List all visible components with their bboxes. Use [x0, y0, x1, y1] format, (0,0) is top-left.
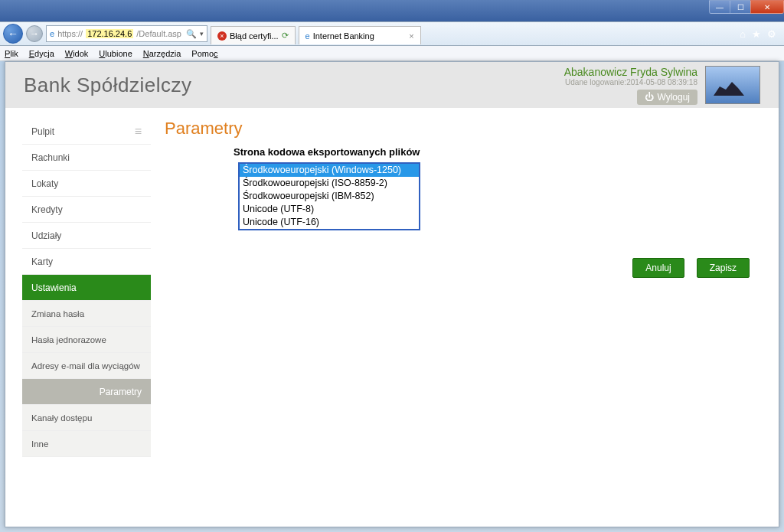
- url-path: /Default.asp: [136, 29, 181, 38]
- sidebar-item-lokaty[interactable]: Lokaty: [22, 171, 151, 197]
- sidebar-item-label: Karty: [31, 256, 53, 267]
- address-bar[interactable]: e https://172.16.24.6/Default.asp 🔍 ▾: [46, 25, 207, 42]
- sidebar-item-pulpit[interactable]: Pulpit ≡: [22, 119, 151, 145]
- encoding-option[interactable]: Środkowoeuropejski (ISO-8859-2): [240, 177, 419, 190]
- sidebar-item-label: Udziały: [31, 230, 61, 241]
- error-icon: ×: [217, 31, 227, 41]
- sidebar-item-karty[interactable]: Karty: [22, 249, 151, 275]
- sidebar-item-inne[interactable]: Inne: [22, 431, 151, 457]
- url-host: 172.16.24.6: [86, 29, 133, 38]
- sidebar-item-label: Pulpit: [31, 126, 54, 137]
- cancel-label: Anuluj: [645, 263, 671, 273]
- sidebar-item-label: Ustawienia: [31, 282, 77, 293]
- browser-nav-row: ← → e https://172.16.24.6/Default.asp 🔍 …: [0, 21, 784, 46]
- tab-close-icon[interactable]: ×: [409, 31, 413, 41]
- back-button[interactable]: ←: [3, 24, 23, 44]
- sidebar-item-label: Kredyty: [31, 204, 63, 215]
- sidebar-item-kredyty[interactable]: Kredyty: [22, 197, 151, 223]
- search-icon[interactable]: 🔍: [185, 29, 198, 39]
- main-panel: Parametry Strona kodowa eksportowanych p…: [165, 119, 762, 457]
- arrow-left-icon: ←: [8, 28, 18, 40]
- tools-icon[interactable]: ⚙: [767, 28, 776, 40]
- menu-ulubione[interactable]: Ulubione: [99, 49, 132, 58]
- sidebar-item-label: Zmiana hasła: [31, 309, 84, 318]
- user-name: Abakanowicz Fryda Sylwina: [564, 66, 697, 78]
- certificate-error-tab[interactable]: × Błąd certyfi... ⟳: [211, 26, 296, 44]
- menu-bar: PPliklik Edycja Widok Ulubione Narzędzia…: [0, 46, 784, 61]
- sidebar-item-label: Adresy e-mail dla wyciągów: [31, 361, 140, 370]
- page-document: Bank Spółdzielczy Abakanowicz Fryda Sylw…: [5, 61, 779, 527]
- sidebar-item-udzialy[interactable]: Udziały: [22, 223, 151, 249]
- browser-tab[interactable]: e Internet Banking ×: [299, 26, 421, 44]
- sidebar: Pulpit ≡ Rachunki Lokaty Kredyty Udziały…: [22, 119, 151, 457]
- menu-widok[interactable]: Widok: [65, 49, 89, 58]
- logout-label: Wyloguj: [657, 92, 690, 103]
- sidebar-item-label: Hasła jednorazowe: [31, 335, 106, 344]
- window-minimize-button[interactable]: —: [709, 0, 730, 14]
- menu-plik[interactable]: PPliklik: [5, 49, 18, 58]
- encoding-option[interactable]: Środkowoeuropejski (Windows-1250): [240, 164, 419, 177]
- sidebar-item-label: Rachunki: [31, 152, 70, 163]
- favorites-icon[interactable]: ★: [752, 28, 761, 40]
- sidebar-item-ustawienia[interactable]: Ustawienia: [22, 275, 151, 301]
- sidebar-item-label: Parametry: [100, 387, 142, 397]
- save-button[interactable]: Zapisz: [697, 258, 750, 278]
- refresh-icon[interactable]: ⟳: [282, 31, 289, 41]
- ie-icon: e: [50, 29, 54, 38]
- encoding-option[interactable]: Unicode (UTF-16): [240, 216, 419, 229]
- header-image: [705, 66, 760, 104]
- login-timestamp: Udane logowanie:2014-05-08 08:39:18: [564, 78, 697, 86]
- page-header: Bank Spółdzielczy Abakanowicz Fryda Sylw…: [5, 62, 779, 108]
- menu-narzedzia[interactable]: Narzędzia: [143, 49, 181, 58]
- sidebar-item-label: Kanały dostępu: [31, 413, 92, 423]
- hamburger-icon[interactable]: ≡: [135, 126, 142, 138]
- encoding-option[interactable]: Środkowoeuropejski (IBM-852): [240, 190, 419, 203]
- sidebar-item-label: Inne: [31, 439, 48, 449]
- ie-icon: e: [305, 31, 310, 41]
- sidebar-item-kanaly[interactable]: Kanały dostępu: [22, 405, 151, 431]
- save-label: Zapisz: [710, 263, 737, 273]
- bank-logo-text: Bank Spółdzielczy: [24, 73, 192, 97]
- setting-label: Strona kodowa eksportowanych plików: [234, 146, 762, 158]
- page-title: Parametry: [165, 119, 762, 139]
- forward-button[interactable]: →: [26, 25, 43, 42]
- window-titlebar: — ☐ ✕: [0, 0, 784, 21]
- sidebar-item-label: Lokaty: [31, 178, 58, 189]
- menu-pomoc[interactable]: Pomoc: [191, 49, 217, 58]
- arrow-right-icon: →: [30, 28, 39, 39]
- cert-error-label: Błąd certyfi...: [230, 31, 279, 41]
- encoding-select[interactable]: Środkowoeuropejski (Windows-1250) Środko…: [238, 162, 420, 230]
- window-maximize-button[interactable]: ☐: [730, 0, 751, 14]
- power-icon: ⏻: [645, 92, 654, 103]
- home-icon[interactable]: ⌂: [740, 28, 746, 40]
- menu-edycja[interactable]: Edycja: [29, 49, 54, 58]
- logout-button[interactable]: ⏻ Wyloguj: [637, 90, 697, 105]
- url-scheme: https://: [57, 29, 83, 38]
- window-close-button[interactable]: ✕: [750, 0, 784, 14]
- sidebar-item-parametry[interactable]: Parametry: [22, 379, 151, 405]
- sidebar-item-zmiana-hasla[interactable]: Zmiana hasła: [22, 301, 151, 327]
- sidebar-item-hasla-jednorazowe[interactable]: Hasła jednorazowe: [22, 327, 151, 353]
- sidebar-item-rachunki[interactable]: Rachunki: [22, 145, 151, 171]
- sidebar-item-adresy-email[interactable]: Adresy e-mail dla wyciągów: [22, 353, 151, 379]
- tab-title: Internet Banking: [313, 31, 374, 41]
- dropdown-icon[interactable]: ▾: [200, 30, 204, 38]
- encoding-option[interactable]: Unicode (UTF-8): [240, 203, 419, 216]
- cancel-button[interactable]: Anuluj: [632, 258, 684, 278]
